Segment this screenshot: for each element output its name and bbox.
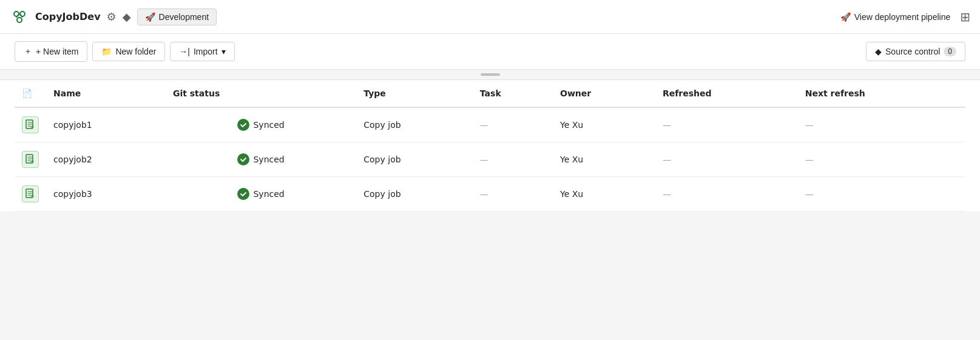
next-refresh-value: —: [805, 189, 814, 199]
table-row: copyjob3 Synced Copy job—Ye Xu——: [15, 177, 965, 212]
items-table-container: 📄 Name Git status Type Task Owner Refres…: [0, 80, 980, 212]
header-left: CopyJobDev ⚙ ◆ 🚀 Development: [10, 7, 217, 27]
row-icon-cell: [15, 107, 46, 142]
row-next-refresh-cell: —: [798, 107, 965, 142]
row-next-refresh-cell: —: [798, 142, 965, 177]
import-arrow-icon: →|: [179, 47, 190, 56]
refreshed-value: —: [663, 189, 671, 199]
diamond-icon[interactable]: ◆: [123, 10, 131, 23]
row-task-cell: —: [473, 177, 553, 212]
task-value: —: [480, 155, 488, 164]
new-item-button[interactable]: ＋ + New item: [15, 41, 87, 62]
refreshed-value: —: [663, 155, 671, 164]
next-refresh-value: —: [805, 155, 814, 164]
app-title: CopyJobDev: [35, 11, 101, 22]
environment-button[interactable]: 🚀 Development: [137, 8, 217, 25]
col-header-next-refresh[interactable]: Next refresh: [798, 80, 965, 107]
toolbar: ＋ + New item 📁 New folder →| Import ▾ ◆ …: [0, 34, 980, 70]
synced-check-circle: [237, 153, 249, 165]
source-control-icon: ◆: [875, 47, 882, 56]
row-type-cell: Copy job: [356, 142, 473, 177]
apps-grid-icon[interactable]: ⊞: [960, 10, 970, 24]
header-right: 🚀 View deployment pipeline ⊞: [840, 10, 970, 24]
row-git-status-cell: Synced: [166, 142, 356, 177]
source-control-label: Source control: [885, 47, 940, 56]
item-type-icon: [22, 185, 39, 202]
app-header: CopyJobDev ⚙ ◆ 🚀 Development 🚀 View depl…: [0, 0, 980, 34]
env-button-label: Development: [159, 12, 209, 22]
folder-icon: 📁: [101, 47, 112, 56]
col-header-task[interactable]: Task: [473, 80, 553, 107]
row-icon-cell: [15, 142, 46, 177]
row-icon-cell: [15, 177, 46, 212]
row-owner-cell: Ye Xu: [553, 177, 655, 212]
new-folder-button[interactable]: 📁 New folder: [92, 42, 165, 61]
col-header-type[interactable]: Type: [356, 80, 473, 107]
new-item-label: + New item: [36, 47, 78, 56]
table-row: copyjob1 Synced Copy job—Ye Xu——: [15, 107, 965, 142]
toolbar-right: ◆ Source control 0: [866, 42, 965, 61]
col-header-refreshed[interactable]: Refreshed: [655, 80, 798, 107]
divider-row: [0, 70, 980, 80]
synced-badge: Synced: [173, 188, 349, 200]
rocket-icon: 🚀: [145, 12, 155, 22]
synced-check-circle: [237, 119, 249, 131]
row-task-cell: —: [473, 142, 553, 177]
new-folder-label: New folder: [115, 47, 156, 56]
row-type-cell: Copy job: [356, 107, 473, 142]
synced-check-circle: [237, 188, 249, 200]
table-row: copyjob2 Synced Copy job—Ye Xu——: [15, 142, 965, 177]
app-logo-icon: [10, 7, 29, 27]
settings-icon[interactable]: ⚙: [107, 10, 117, 23]
row-type-cell: Copy job: [356, 177, 473, 212]
chevron-down-icon: ▾: [221, 47, 226, 56]
synced-label: Synced: [253, 155, 284, 164]
col-header-git-status[interactable]: Git status: [166, 80, 356, 107]
row-owner-cell: Ye Xu: [553, 107, 655, 142]
item-name: copyjob3: [53, 189, 92, 199]
view-pipeline-label: View deployment pipeline: [854, 12, 951, 22]
item-type-icon: [22, 116, 39, 133]
task-value: —: [480, 189, 488, 199]
file-icon: 📄: [22, 88, 32, 98]
synced-label: Synced: [253, 120, 284, 130]
refreshed-value: —: [663, 120, 671, 130]
col-header-owner[interactable]: Owner: [553, 80, 655, 107]
row-git-status-cell: Synced: [166, 107, 356, 142]
task-value: —: [480, 120, 488, 130]
row-refreshed-cell: —: [655, 142, 798, 177]
synced-label: Synced: [253, 189, 284, 199]
next-refresh-value: —: [805, 120, 814, 130]
resize-handle[interactable]: [481, 73, 500, 76]
row-name-cell[interactable]: copyjob2: [46, 142, 166, 177]
row-next-refresh-cell: —: [798, 177, 965, 212]
item-name: copyjob1: [53, 120, 92, 130]
row-refreshed-cell: —: [655, 177, 798, 212]
row-refreshed-cell: —: [655, 107, 798, 142]
svg-point-2: [17, 18, 22, 22]
row-task-cell: —: [473, 107, 553, 142]
toolbar-left: ＋ + New item 📁 New folder →| Import ▾: [15, 41, 235, 62]
import-label: Import: [194, 47, 218, 56]
plus-icon: ＋: [24, 46, 32, 57]
row-name-cell[interactable]: copyjob1: [46, 107, 166, 142]
item-type-icon: [22, 151, 39, 168]
import-button[interactable]: →| Import ▾: [170, 42, 234, 61]
synced-badge: Synced: [173, 153, 349, 165]
col-header-name[interactable]: Name: [46, 80, 166, 107]
col-header-icon: 📄: [15, 80, 46, 107]
row-owner-cell: Ye Xu: [553, 142, 655, 177]
row-name-cell[interactable]: copyjob3: [46, 177, 166, 212]
source-control-button[interactable]: ◆ Source control 0: [866, 42, 965, 61]
row-git-status-cell: Synced: [166, 177, 356, 212]
table-header-row: 📄 Name Git status Type Task Owner Refres…: [15, 80, 965, 107]
synced-badge: Synced: [173, 119, 349, 131]
pipeline-icon: 🚀: [840, 12, 851, 22]
item-name: copyjob2: [53, 155, 92, 164]
items-table: 📄 Name Git status Type Task Owner Refres…: [15, 80, 965, 212]
source-control-badge: 0: [944, 47, 956, 56]
view-pipeline-button[interactable]: 🚀 View deployment pipeline: [840, 12, 951, 22]
